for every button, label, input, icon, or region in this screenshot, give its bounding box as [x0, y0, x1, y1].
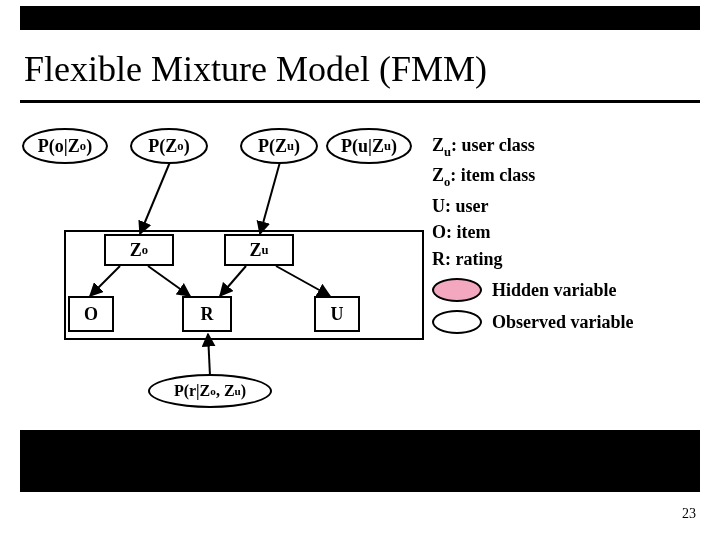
title-container: Flexible Mixture Model (FMM) [20, 46, 700, 103]
node-r: R [182, 296, 232, 332]
legend-observed-row: Observed variable [432, 310, 712, 334]
svg-line-0 [140, 162, 170, 234]
node-zu: Zu [224, 234, 294, 266]
legend: Zu: user class Zo: item class U: user O:… [432, 134, 712, 338]
node-zo: Zo [104, 234, 174, 266]
legend-r: R: rating [432, 248, 712, 271]
legend-zu: Zu: user class [432, 134, 712, 160]
page-number: 23 [682, 506, 696, 522]
observed-variable-icon [432, 310, 482, 334]
svg-line-1 [260, 162, 280, 234]
node-o: O [68, 296, 114, 332]
legend-hidden-label: Hidden variable [492, 279, 617, 302]
hidden-variable-icon [432, 278, 482, 302]
top-band [20, 6, 700, 30]
svg-line-6 [208, 334, 210, 376]
slide-title: Flexible Mixture Model (FMM) [24, 48, 696, 90]
bottom-band [20, 430, 700, 492]
node-p-zo: P(Zo) [130, 128, 208, 164]
node-p-zu: P(Zu) [240, 128, 318, 164]
node-p-o-given-zo: P(o|Zo) [22, 128, 108, 164]
node-p-u-given-zu: P(u|Zu) [326, 128, 412, 164]
legend-u: U: user [432, 195, 712, 218]
legend-zo: Zo: item class [432, 164, 712, 190]
node-u: U [314, 296, 360, 332]
legend-hidden-row: Hidden variable [432, 278, 712, 302]
node-p-r-given-zo-zu: P(r|Zo, Zu) [148, 374, 272, 408]
legend-o: O: item [432, 221, 712, 244]
legend-observed-label: Observed variable [492, 311, 634, 334]
